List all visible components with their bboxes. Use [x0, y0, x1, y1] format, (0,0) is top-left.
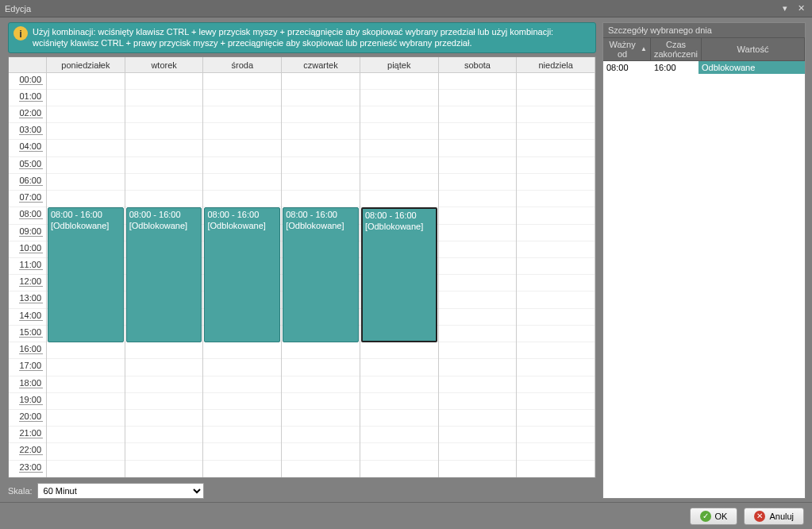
hour-cell[interactable]: [203, 157, 281, 174]
hour-cell[interactable]: [47, 73, 125, 90]
hour-cell[interactable]: [203, 393, 281, 410]
col-value[interactable]: Wartość: [702, 38, 805, 60]
hour-cell[interactable]: [125, 73, 203, 90]
hour-cell[interactable]: [203, 174, 281, 191]
hour-cell[interactable]: [517, 443, 595, 460]
hour-cell[interactable]: [47, 376, 125, 393]
hour-cell[interactable]: [360, 443, 438, 460]
hour-cell[interactable]: [517, 427, 595, 443]
hour-cell[interactable]: [47, 427, 125, 443]
hour-cell[interactable]: [517, 359, 595, 376]
calendar-event[interactable]: 08:00 - 16:00[Odblokowane]: [126, 207, 202, 342]
hour-cell[interactable]: [203, 461, 281, 477]
hour-cell[interactable]: [517, 292, 595, 308]
hour-cell[interactable]: [125, 359, 203, 376]
hour-cell[interactable]: [360, 174, 438, 191]
hour-cell[interactable]: [439, 174, 517, 191]
hour-cell[interactable]: [439, 241, 517, 258]
hour-cell[interactable]: [360, 342, 438, 359]
hour-cell[interactable]: [125, 427, 203, 443]
hour-cell[interactable]: [439, 342, 517, 359]
hour-cell[interactable]: [439, 309, 517, 326]
hour-cell[interactable]: [203, 443, 281, 460]
calendar-event[interactable]: 08:00 - 16:00[Odblokowane]: [361, 207, 437, 342]
ok-button[interactable]: ✓ OK: [690, 508, 738, 525]
hour-cell[interactable]: [360, 191, 438, 207]
hour-cell[interactable]: [439, 393, 517, 410]
hour-cell[interactable]: [282, 123, 360, 140]
hour-cell[interactable]: [47, 359, 125, 376]
hour-cell[interactable]: [125, 157, 203, 174]
hour-cell[interactable]: [439, 106, 517, 123]
day-column[interactable]: 08:00 - 16:00[Odblokowane]: [125, 73, 204, 477]
hour-cell[interactable]: [517, 309, 595, 326]
hour-cell[interactable]: [203, 123, 281, 140]
day-header[interactable]: poniedziałek: [47, 57, 125, 72]
hour-cell[interactable]: [125, 191, 203, 207]
details-row[interactable]: 08:0016:00Odblokowane: [603, 61, 805, 74]
hour-cell[interactable]: [282, 73, 360, 90]
hour-cell[interactable]: [203, 359, 281, 376]
hour-cell[interactable]: [203, 90, 281, 106]
hour-cell[interactable]: [282, 443, 360, 460]
hour-cell[interactable]: [439, 410, 517, 427]
hour-cell[interactable]: [517, 275, 595, 292]
hour-cell[interactable]: [125, 376, 203, 393]
hour-cell[interactable]: [282, 461, 360, 477]
hour-cell[interactable]: [439, 292, 517, 308]
hour-cell[interactable]: [47, 461, 125, 477]
day-column[interactable]: [517, 73, 595, 477]
hour-cell[interactable]: [360, 393, 438, 410]
hour-cell[interactable]: [517, 106, 595, 123]
day-column[interactable]: 08:00 - 16:00[Odblokowane]: [360, 73, 439, 477]
hour-cell[interactable]: [439, 461, 517, 477]
hour-cell[interactable]: [517, 73, 595, 90]
hour-cell[interactable]: [47, 443, 125, 460]
hour-cell[interactable]: [439, 90, 517, 106]
hour-cell[interactable]: [360, 376, 438, 393]
details-header[interactable]: Ważny od ▲ Czas zakończeni Wartość: [603, 38, 805, 61]
hour-cell[interactable]: [517, 123, 595, 140]
hour-cell[interactable]: [47, 342, 125, 359]
day-header[interactable]: wtorek: [125, 57, 204, 72]
hour-cell[interactable]: [439, 140, 517, 156]
hour-cell[interactable]: [439, 359, 517, 376]
hour-cell[interactable]: [203, 376, 281, 393]
day-column[interactable]: 08:00 - 16:00[Odblokowane]: [203, 73, 282, 477]
hour-cell[interactable]: [517, 140, 595, 156]
hour-cell[interactable]: [517, 90, 595, 106]
hour-cell[interactable]: [439, 326, 517, 342]
hour-cell[interactable]: [360, 359, 438, 376]
hour-cell[interactable]: [439, 376, 517, 393]
hour-cell[interactable]: [439, 443, 517, 460]
hour-cell[interactable]: [439, 207, 517, 224]
hour-cell[interactable]: [517, 342, 595, 359]
day-column[interactable]: [439, 73, 518, 477]
hour-cell[interactable]: [47, 123, 125, 140]
hour-cell[interactable]: [517, 461, 595, 477]
hour-cell[interactable]: [47, 174, 125, 191]
minimize-icon[interactable]: ▾: [779, 2, 791, 15]
hour-cell[interactable]: [125, 174, 203, 191]
hour-cell[interactable]: [517, 207, 595, 224]
hour-cell[interactable]: [517, 157, 595, 174]
hour-cell[interactable]: [282, 410, 360, 427]
col-from[interactable]: Ważny od ▲: [603, 38, 651, 60]
hour-cell[interactable]: [47, 393, 125, 410]
calendar[interactable]: 00:0001:0002:0003:0004:0005:0006:0007:00…: [8, 56, 596, 478]
hour-cell[interactable]: [360, 157, 438, 174]
day-header[interactable]: środa: [203, 57, 282, 72]
hour-cell[interactable]: [439, 191, 517, 207]
hour-cell[interactable]: [125, 342, 203, 359]
hour-cell[interactable]: [125, 90, 203, 106]
hour-cell[interactable]: [47, 410, 125, 427]
hour-cell[interactable]: [282, 90, 360, 106]
day-column[interactable]: 08:00 - 16:00[Odblokowane]: [47, 73, 125, 477]
hour-cell[interactable]: [517, 225, 595, 241]
hour-cell[interactable]: [360, 123, 438, 140]
hour-cell[interactable]: [282, 191, 360, 207]
hour-cell[interactable]: [203, 106, 281, 123]
hour-cell[interactable]: [282, 106, 360, 123]
hour-cell[interactable]: [282, 342, 360, 359]
hour-cell[interactable]: [203, 73, 281, 90]
